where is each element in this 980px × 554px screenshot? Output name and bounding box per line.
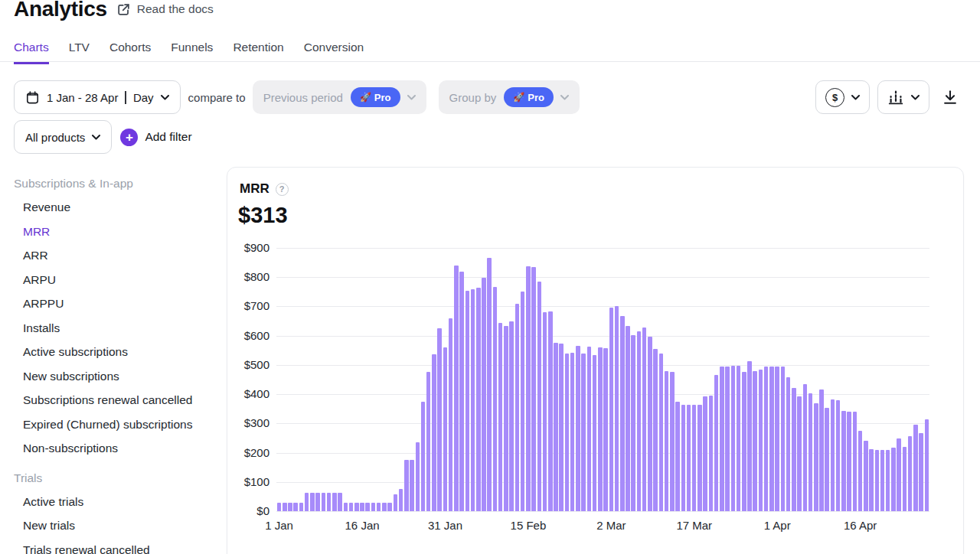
mrr-bar[interactable] <box>332 493 337 511</box>
mrr-bar[interactable] <box>437 328 442 511</box>
mrr-bar[interactable] <box>587 347 592 511</box>
mrr-bar[interactable] <box>565 354 570 511</box>
sidebar-item-revenue[interactable]: Revenue <box>14 195 220 220</box>
chart-type-button[interactable] <box>877 80 929 114</box>
mrr-bar[interactable] <box>831 399 835 511</box>
mrr-bar[interactable] <box>853 412 858 511</box>
mrr-bar[interactable] <box>759 370 763 511</box>
mrr-bar[interactable] <box>681 405 686 511</box>
mrr-bar[interactable] <box>891 448 896 511</box>
sidebar-item-active-trials[interactable]: Active trials <box>14 490 220 514</box>
all-products-dropdown[interactable]: All products <box>14 120 112 154</box>
mrr-bar[interactable] <box>454 266 459 511</box>
mrr-bar[interactable] <box>449 318 453 511</box>
mrr-bar[interactable] <box>537 282 542 511</box>
mrr-bar[interactable] <box>913 425 918 511</box>
mrr-bar[interactable] <box>310 493 315 511</box>
mrr-bar[interactable] <box>665 371 669 511</box>
mrr-bar[interactable] <box>714 375 719 511</box>
mrr-bar[interactable] <box>360 503 364 511</box>
mrr-bar[interactable] <box>277 503 282 511</box>
mrr-bar[interactable] <box>515 304 520 511</box>
mrr-bar[interactable] <box>548 311 553 511</box>
sidebar-item-arppu[interactable]: ARPPU <box>14 292 220 316</box>
mrr-bar[interactable] <box>459 272 464 511</box>
mrr-bar[interactable] <box>620 316 625 511</box>
mrr-bar[interactable] <box>404 460 409 511</box>
mrr-bar[interactable] <box>670 372 675 511</box>
sidebar-item-active-subscriptions[interactable]: Active subscriptions <box>14 340 220 364</box>
mrr-bar[interactable] <box>731 366 736 511</box>
date-range-button[interactable]: 1 Jan - 28 Apr Day <box>14 80 181 114</box>
mrr-bar[interactable] <box>808 393 813 511</box>
mrr-bar[interactable] <box>897 438 901 511</box>
mrr-bar[interactable] <box>570 353 575 511</box>
mrr-bar[interactable] <box>371 503 376 511</box>
mrr-bar[interactable] <box>521 292 525 511</box>
mrr-bar[interactable] <box>559 344 564 511</box>
mrr-bar[interactable] <box>509 321 514 511</box>
sidebar-item-expired-churned-subscriptions[interactable]: Expired (Churned) subscriptions <box>14 412 220 437</box>
mrr-bar[interactable] <box>687 405 691 512</box>
mrr-bar[interactable] <box>737 366 741 511</box>
add-filter-button[interactable]: + Add filter <box>112 129 191 146</box>
mrr-bar[interactable] <box>919 433 923 511</box>
mrr-bar[interactable] <box>797 396 802 511</box>
mrr-bar[interactable] <box>836 400 841 511</box>
mrr-bar[interactable] <box>466 291 470 511</box>
mrr-bar[interactable] <box>377 503 381 511</box>
mrr-bar[interactable] <box>354 503 359 511</box>
mrr-bar[interactable] <box>642 328 647 511</box>
mrr-bar[interactable] <box>387 503 392 511</box>
tab-retention[interactable]: Retention <box>233 41 283 64</box>
mrr-bar[interactable] <box>781 367 786 511</box>
mrr-bar[interactable] <box>775 367 779 511</box>
tab-funnels[interactable]: Funnels <box>171 41 213 64</box>
mrr-bar[interactable] <box>382 503 387 511</box>
read-the-docs-link[interactable]: Read the docs <box>116 2 214 17</box>
mrr-bar[interactable] <box>394 494 398 511</box>
mrr-bar[interactable] <box>443 347 448 511</box>
mrr-bar[interactable] <box>692 405 697 511</box>
mrr-bar[interactable] <box>426 372 431 511</box>
mrr-bar[interactable] <box>742 372 746 511</box>
sidebar-item-installs[interactable]: Installs <box>14 316 220 341</box>
mrr-bar[interactable] <box>803 384 808 511</box>
mrr-bar[interactable] <box>349 503 354 511</box>
mrr-bar[interactable] <box>399 489 403 511</box>
mrr-bar[interactable] <box>675 402 680 511</box>
sidebar-item-mrr[interactable]: MRR <box>14 220 220 244</box>
mrr-bar[interactable] <box>305 493 309 511</box>
mrr-bar[interactable] <box>792 388 796 511</box>
download-button[interactable] <box>942 80 959 114</box>
mrr-bar[interactable] <box>421 402 426 511</box>
mrr-bar[interactable] <box>365 503 370 511</box>
mrr-bar[interactable] <box>653 349 658 511</box>
tab-ltv[interactable]: LTV <box>69 41 90 64</box>
mrr-bar[interactable] <box>637 331 642 511</box>
mrr-bar[interactable] <box>493 287 498 511</box>
mrr-bar[interactable] <box>315 493 320 511</box>
mrr-bar[interactable] <box>709 396 714 511</box>
mrr-bar[interactable] <box>819 389 824 511</box>
mrr-bar[interactable] <box>487 258 492 511</box>
mrr-bar[interactable] <box>764 367 769 511</box>
mrr-bar[interactable] <box>626 326 630 511</box>
sidebar-item-arpu[interactable]: ARPU <box>14 268 220 292</box>
mrr-bar[interactable] <box>697 405 702 511</box>
mrr-bar[interactable] <box>598 347 603 511</box>
sidebar-item-subscriptions-renewal-cancelled[interactable]: Subscriptions renewal cancelled <box>14 388 220 412</box>
mrr-bar[interactable] <box>482 278 486 511</box>
mrr-bar[interactable] <box>410 460 414 511</box>
currency-selector-button[interactable]: $ <box>815 80 870 114</box>
mrr-bar[interactable] <box>869 449 874 511</box>
sidebar-item-trials-renewal-cancelled[interactable]: Trials renewal cancelled <box>14 538 220 554</box>
mrr-bar[interactable] <box>769 367 774 511</box>
mrr-bar[interactable] <box>293 503 298 511</box>
sidebar-item-new-trials[interactable]: New trials <box>14 513 220 538</box>
sidebar-item-arr[interactable]: ARR <box>14 243 220 268</box>
mrr-bar[interactable] <box>903 447 907 511</box>
mrr-bar[interactable] <box>603 348 608 511</box>
mrr-bar[interactable] <box>631 335 635 511</box>
mrr-bar[interactable] <box>299 503 304 511</box>
